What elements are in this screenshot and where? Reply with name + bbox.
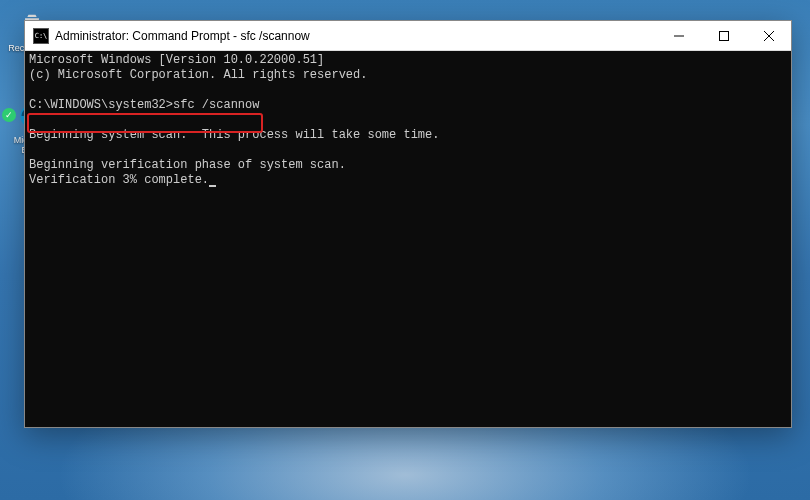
terminal-line: Beginning verification phase of system s… [29, 158, 346, 172]
svg-rect-1 [719, 31, 728, 40]
cmd-icon: C:\ [33, 28, 49, 44]
window-controls [656, 21, 791, 50]
terminal-output[interactable]: Microsoft Windows [Version 10.0.22000.51… [25, 51, 791, 427]
maximize-button[interactable] [701, 21, 746, 50]
terminal-line: Microsoft Windows [Version 10.0.22000.51… [29, 53, 324, 67]
terminal-cursor [209, 185, 216, 187]
window-title: Administrator: Command Prompt - sfc /sca… [55, 29, 656, 43]
terminal-line: (c) Microsoft Corporation. All rights re… [29, 68, 367, 82]
sync-check-icon: ✓ [2, 108, 16, 122]
terminal-line: Beginning system scan. This process will… [29, 128, 439, 142]
minimize-button[interactable] [656, 21, 701, 50]
terminal-prompt-line: C:\WINDOWS\system32>sfc /scannow [29, 98, 259, 112]
command-prompt-window: C:\ Administrator: Command Prompt - sfc … [24, 20, 792, 428]
close-button[interactable] [746, 21, 791, 50]
terminal-progress-line: Verification 3% complete. [29, 173, 209, 187]
window-titlebar[interactable]: C:\ Administrator: Command Prompt - sfc … [25, 21, 791, 51]
